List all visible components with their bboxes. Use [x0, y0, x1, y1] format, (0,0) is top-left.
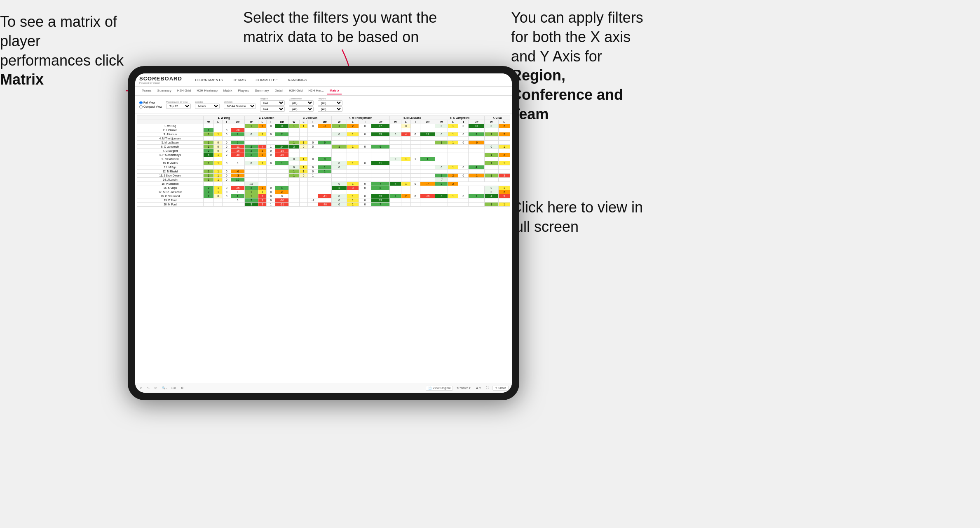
matrix-cell [448, 203, 458, 207]
tab-matrix[interactable]: Matrix [221, 87, 235, 94]
matrix-cell [410, 186, 420, 190]
matrix-cell: 0 [267, 194, 275, 198]
matrix-cell [359, 174, 371, 178]
matrix-cell: 17 [371, 124, 389, 128]
toolbar-settings[interactable]: ⚙ [180, 386, 185, 390]
filter-players: Players (All) (All) [318, 97, 342, 112]
tab-summary2[interactable]: Summary [252, 87, 271, 94]
matrix-cell: -3 [231, 174, 244, 178]
filter-players-select2[interactable]: (All) [318, 106, 342, 112]
nav-committee[interactable]: COMMITTEE [254, 77, 279, 83]
nav-tournaments[interactable]: TOURNAMENTS [193, 77, 225, 83]
tab-h2h-grid2[interactable]: H2H Grid [286, 87, 305, 94]
filter-gender-select[interactable]: Men's [195, 104, 220, 109]
table-row: 9. N Gabrelcik01090111 [137, 157, 510, 161]
table-row: 1. W Ding12011110-21201700101302 [137, 124, 510, 128]
filter-region-select2[interactable]: N/A [260, 106, 285, 112]
matrix-cell [223, 157, 231, 161]
tab-h2hm[interactable]: H2H Hm... [306, 87, 326, 94]
matrix-cell: 1 [244, 124, 258, 128]
toolbar-fullscreen[interactable]: ⛶ [485, 386, 490, 390]
player-name-cell: 1. W Ding [137, 124, 204, 128]
matrix-cell: 11 [420, 132, 435, 137]
tab-players[interactable]: Players [236, 87, 252, 94]
matrix-cell [359, 178, 371, 182]
matrix-cell [244, 141, 258, 145]
filter-gender: Gender Men's [195, 101, 220, 109]
matrix-cell: 1 [401, 182, 411, 186]
toolbar-share[interactable]: ⇪ Share [492, 386, 509, 391]
col-w4: W [332, 120, 347, 124]
filter-division-label: Division [224, 101, 256, 103]
col-w2: W [244, 120, 258, 124]
matrix-cell [332, 128, 347, 132]
matrix-cell [267, 178, 275, 182]
matrix-cell [244, 165, 258, 170]
matrix-cell: 1 [214, 132, 223, 137]
tab-h2h-grid[interactable]: H2H Grid [175, 87, 193, 94]
toolbar-zoom-controls[interactable]: □⊕ [170, 386, 177, 390]
matrix-cell [258, 165, 267, 170]
matrix-cell: 0 [359, 203, 371, 207]
matrix-cell: 0 [267, 186, 275, 190]
filter-players-select[interactable]: (All) [318, 100, 342, 106]
tab-summary[interactable]: Summary [155, 87, 174, 94]
matrix-cell: 2 [244, 149, 258, 153]
player-name-cell: 12. M Riedel [137, 170, 204, 174]
filter-division-select[interactable]: NCAA Division I [224, 104, 256, 109]
filter-conference-select2[interactable]: (All) [289, 106, 314, 112]
toolbar-view-original[interactable]: 📄 View: Original [426, 386, 453, 391]
view-compact-radio[interactable] [139, 105, 143, 108]
tab-matrix-active[interactable]: Matrix [327, 87, 342, 94]
matrix-cell [332, 137, 347, 141]
toolbar-display[interactable]: 🖥 ▾ [474, 386, 482, 390]
matrix-cell [318, 149, 332, 153]
player-name-cell: 13. J Skov Olesen [137, 174, 204, 178]
matrix-cell [469, 153, 484, 157]
view-compact[interactable]: Compact View [139, 105, 162, 108]
matrix-cell [347, 149, 359, 153]
matrix-cell [267, 137, 275, 141]
view-full[interactable]: Full View [139, 101, 162, 104]
matrix-cell: 3 [347, 186, 359, 190]
matrix-cell: 1 [203, 132, 214, 137]
tab-h2h-heatmap[interactable]: H2H Heatmap [194, 87, 220, 94]
matrix-cell [308, 190, 318, 194]
filter-conference-select[interactable]: (All) [289, 100, 314, 106]
matrix-cell [289, 203, 300, 207]
nav-teams[interactable]: TEAMS [231, 77, 247, 83]
matrix-cell [410, 198, 420, 203]
matrix-cell [267, 174, 275, 178]
matrix-cell [469, 178, 484, 182]
matrix-cell [390, 174, 401, 178]
matrix-cell [371, 174, 389, 178]
toolbar-undo[interactable]: ↩ [138, 386, 143, 390]
matrix-cell [469, 190, 484, 194]
matrix-cell: 3 [469, 132, 484, 137]
matrix-cell [244, 170, 258, 174]
toolbar-watch[interactable]: 👁 Watch ▾ [455, 386, 472, 390]
annotation-matrix-text: To see a matrix of player performances c… [0, 13, 124, 69]
filter-max-select[interactable]: Top 25 [166, 104, 191, 109]
matrix-cell: 0 [267, 124, 275, 128]
matrix-cell: 1 [203, 141, 214, 145]
tab-teams[interactable]: Teams [139, 87, 154, 94]
view-full-radio[interactable] [139, 101, 143, 104]
matrix-cell [258, 174, 267, 178]
col-header-ding: 1. W Ding [203, 116, 244, 120]
filter-region-select[interactable]: N/A [260, 100, 285, 106]
toolbar-refresh[interactable]: ⟳ [153, 386, 158, 390]
matrix-cell: 1 [214, 170, 223, 174]
matrix-cell: 1 [448, 165, 458, 170]
nav-rankings[interactable]: RANKINGS [286, 77, 309, 83]
matrix-cell [484, 149, 498, 153]
tab-detail[interactable]: Detail [272, 87, 286, 94]
matrix-cell: 0 [435, 124, 448, 128]
matrix-cell [435, 137, 448, 141]
matrix-cell [484, 170, 498, 174]
toolbar-zoom-out[interactable]: 🔍- [161, 386, 168, 390]
toolbar-redo[interactable]: ↪ [146, 386, 151, 390]
col-w1: W [203, 120, 214, 124]
annotation-axis-text: You can apply filters for both the X axi… [511, 9, 643, 65]
matrix-cell [420, 145, 435, 149]
